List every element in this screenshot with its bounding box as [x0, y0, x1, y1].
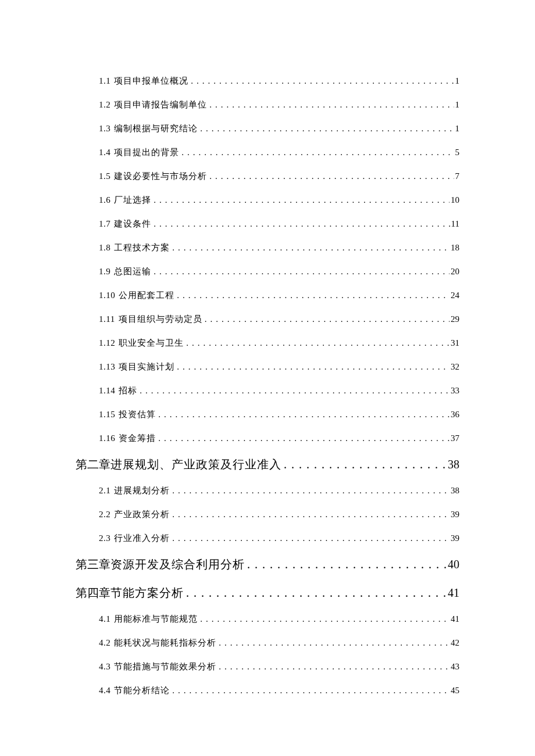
- toc-entry-page: 10: [451, 195, 459, 205]
- toc-entry: 1.8工程技术方案...............................…: [76, 242, 459, 253]
- toc-entry-page: 42: [451, 638, 459, 648]
- toc-entry-title: 产业政策分析: [114, 509, 170, 520]
- toc-entry-number: 第二章: [76, 457, 110, 472]
- toc-leader-dots: ........................................…: [200, 614, 450, 624]
- toc-entry-page: 37: [451, 433, 459, 443]
- toc-leader-dots: ........................................…: [247, 558, 447, 571]
- toc-entry-number: 1.5: [99, 171, 110, 181]
- toc-entry-page: 5: [455, 148, 460, 157]
- toc-entry-page: 39: [451, 533, 459, 543]
- toc-entry-title: 能耗状况与能耗指标分析: [114, 637, 216, 648]
- toc-entry-title: 项目实施计划: [119, 361, 174, 372]
- toc-entry-number: 1.10: [99, 291, 115, 300]
- toc-entry-page: 38: [451, 486, 459, 496]
- toc-leader-dots: ........................................…: [209, 171, 454, 181]
- toc-entry-number: 2.3: [99, 533, 110, 543]
- toc-entry: 4.3节能措施与节能效果分析..........................…: [76, 661, 459, 672]
- toc-entry-page: 41: [448, 586, 459, 600]
- toc-entry-title: 项目申请报告编制单位: [114, 99, 207, 110]
- toc-leader-dots: ........................................…: [154, 195, 450, 205]
- toc-entry-title: 进展规划分析: [114, 485, 170, 496]
- toc-entry-number: 4.4: [99, 686, 110, 696]
- toc-leader-dots: ........................................…: [172, 510, 450, 519]
- toc-entry-title: 节能措施与节能效果分析: [114, 661, 216, 672]
- toc-entry-number: 2.2: [99, 510, 110, 519]
- toc-entry-number: 1.16: [99, 433, 115, 443]
- toc-entry-number: 1.8: [99, 243, 110, 253]
- toc-entry-title: 公用配套工程: [119, 290, 174, 301]
- toc-entry-page: 7: [455, 171, 460, 181]
- toc-entry: 1.14招标..................................…: [76, 385, 459, 396]
- toc-entry-number: 1.9: [99, 267, 110, 277]
- toc-entry-title: 进展规划、产业政策及行业准入: [110, 457, 281, 472]
- toc-leader-dots: ........................................…: [186, 586, 447, 600]
- toc-entry-page: 11: [451, 219, 459, 229]
- toc-entry-number: 1.3: [99, 124, 110, 134]
- toc-entry-number: 1.11: [99, 314, 115, 324]
- toc-entry-number: 4.1: [99, 614, 110, 624]
- toc-entry-number: 1.14: [99, 386, 115, 396]
- toc-entry: 1.12职业安全与卫生.............................…: [76, 338, 459, 349]
- document-page: 1.1项目申报单位概况.............................…: [0, 0, 535, 756]
- toc-entry: 1.4项目提出的背景..............................…: [76, 147, 459, 158]
- toc-entry-number: 1.15: [99, 410, 115, 420]
- toc-entry-page: 1: [455, 76, 460, 86]
- toc-leader-dots: ........................................…: [191, 76, 454, 86]
- toc-entry-title: 建设必要性与市场分析: [114, 171, 207, 182]
- table-of-contents: 1.1项目申报单位概况.............................…: [76, 76, 459, 696]
- toc-entry-number: 1.12: [99, 338, 115, 348]
- toc-entry-number: 2.1: [99, 486, 110, 496]
- toc-entry-title: 厂址选择: [114, 195, 151, 206]
- toc-leader-dots: ........................................…: [219, 638, 450, 648]
- toc-entry-number: 1.4: [99, 148, 110, 157]
- toc-leader-dots: ........................................…: [186, 338, 450, 348]
- toc-entry: 1.2项目申请报告编制单位...........................…: [76, 99, 459, 110]
- toc-entry: 1.1项目申报单位概况.............................…: [76, 76, 459, 87]
- toc-entry-title: 建设条件: [114, 218, 151, 230]
- toc-entry-page: 18: [451, 243, 459, 253]
- toc-entry-page: 38: [448, 458, 459, 471]
- toc-entry-number: 1.13: [99, 362, 115, 372]
- toc-entry-number: 4.3: [99, 662, 110, 672]
- toc-entry-number: 第三章: [76, 557, 110, 572]
- toc-leader-dots: ........................................…: [284, 458, 447, 471]
- toc-leader-dots: ........................................…: [181, 148, 454, 157]
- toc-entry-title: 节能分析结论: [114, 685, 170, 696]
- toc-entry: 1.7建设条件.................................…: [76, 218, 459, 230]
- toc-entry-page: 39: [451, 510, 459, 519]
- toc-entry: 1.9总图运输.................................…: [76, 266, 459, 277]
- toc-leader-dots: ........................................…: [158, 433, 450, 443]
- toc-entry: 4.2能耗状况与能耗指标分析..........................…: [76, 637, 459, 648]
- toc-entry-page: 33: [451, 386, 459, 396]
- toc-entry-title: 工程技术方案: [114, 242, 170, 253]
- toc-leader-dots: ........................................…: [154, 219, 450, 229]
- toc-leader-dots: ........................................…: [154, 267, 450, 277]
- toc-entry: 1.13项目实施计划..............................…: [76, 361, 459, 372]
- toc-entry-page: 43: [451, 662, 459, 672]
- toc-entry-title: 资源开发及综合利用分析: [110, 557, 245, 572]
- toc-entry-title: 项目组织与劳动定员: [119, 314, 202, 325]
- toc-leader-dots: ........................................…: [177, 291, 450, 300]
- toc-entry: 1.15投资估算................................…: [76, 409, 459, 420]
- toc-entry: 2.3行业准入分析...............................…: [76, 533, 459, 544]
- toc-leader-dots: ........................................…: [172, 686, 450, 696]
- toc-entry-title: 项目提出的背景: [114, 147, 179, 158]
- toc-entry-title: 编制根据与研究结论: [114, 123, 198, 134]
- toc-entry-title: 行业准入分析: [114, 533, 170, 544]
- toc-leader-dots: ........................................…: [219, 662, 450, 672]
- toc-leader-dots: ........................................…: [200, 124, 454, 134]
- toc-entry-page: 40: [448, 558, 459, 571]
- toc-entry-number: 1.2: [99, 100, 110, 110]
- toc-entry-number: 4.2: [99, 638, 110, 648]
- toc-entry-title: 招标: [119, 385, 137, 396]
- toc-leader-dots: ........................................…: [209, 100, 454, 110]
- toc-entry-title: 职业安全与卫生: [119, 338, 184, 349]
- toc-entry: 1.3编制根据与研究结论............................…: [76, 123, 459, 134]
- toc-leader-dots: ........................................…: [205, 314, 450, 324]
- toc-leader-dots: ........................................…: [158, 410, 450, 420]
- toc-leader-dots: ........................................…: [177, 362, 450, 372]
- toc-entry-page: 1: [455, 100, 460, 110]
- toc-entry: 4.4节能分析结论...............................…: [76, 685, 459, 696]
- toc-entry-title: 用能标准与节能规范: [114, 614, 198, 625]
- toc-entry: 1.11项目组织与劳动定员...........................…: [76, 314, 459, 325]
